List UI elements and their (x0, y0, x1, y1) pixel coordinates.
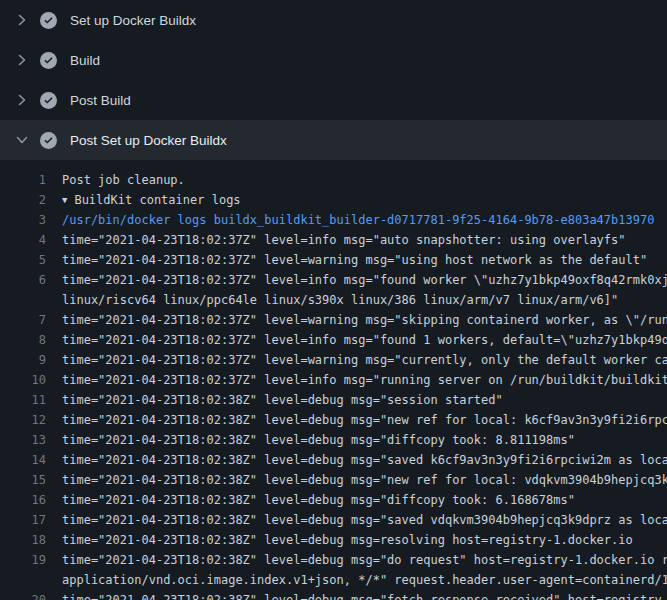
log-line: application/vnd.oci.image.index.v1+json,… (0, 570, 667, 590)
log-command-text: /usr/bin/docker logs buildx_buildkit_bui… (62, 210, 667, 230)
log-line: 10time="2021-04-23T18:02:37Z" level=info… (0, 370, 667, 390)
log-line-text: time="2021-04-23T18:02:37Z" level=info m… (62, 230, 667, 250)
section-header-set-up-docker-buildx[interactable]: Set up Docker Buildx (0, 0, 667, 40)
log-group-toggle-icon[interactable]: ▼ (62, 190, 67, 210)
log-line-number[interactable]: 16 (0, 490, 62, 510)
log-line-text: time="2021-04-23T18:02:37Z" level=info m… (62, 370, 667, 390)
actions-log-viewer: Set up Docker BuildxBuildPost BuildPost … (0, 0, 667, 600)
log-line-number[interactable]: 5 (0, 250, 62, 270)
success-check-icon (40, 52, 57, 69)
log-line: 13time="2021-04-23T18:02:38Z" level=debu… (0, 430, 667, 450)
log-line-text: time="2021-04-23T18:02:37Z" level=info m… (62, 270, 667, 290)
step-sections: Set up Docker BuildxBuildPost BuildPost … (0, 0, 667, 600)
step-section: Set up Docker Buildx (0, 0, 667, 40)
log-line-text: time="2021-04-23T18:02:37Z" level=warnin… (62, 350, 667, 370)
log-line-number[interactable]: 6 (0, 270, 62, 290)
step-section: Post Build (0, 80, 667, 120)
log-line-text: time="2021-04-23T18:02:38Z" level=debug … (62, 490, 667, 510)
section-title: Set up Docker Buildx (70, 13, 196, 28)
log-line: 6time="2021-04-23T18:02:37Z" level=info … (0, 270, 667, 290)
chevron-right-icon (14, 52, 30, 68)
log-line-number[interactable]: 18 (0, 530, 62, 550)
log-line-text: application/vnd.oci.image.index.v1+json,… (62, 570, 667, 590)
log-line: 17time="2021-04-23T18:02:38Z" level=debu… (0, 510, 667, 530)
success-check-icon (40, 132, 57, 149)
log-line-text: Post job cleanup. (62, 170, 667, 190)
log-line-number (0, 570, 62, 590)
log-line-text: time="2021-04-23T18:02:37Z" level=warnin… (62, 250, 667, 270)
section-header-post-build[interactable]: Post Build (0, 80, 667, 120)
log-line: 8time="2021-04-23T18:02:37Z" level=info … (0, 330, 667, 350)
log-line-text: time="2021-04-23T18:02:37Z" level=info m… (62, 330, 667, 350)
success-check-icon (40, 92, 57, 109)
log-line: 9time="2021-04-23T18:02:37Z" level=warni… (0, 350, 667, 370)
log-line-number (0, 290, 62, 310)
log-line-text: time="2021-04-23T18:02:38Z" level=debug … (62, 530, 667, 550)
log-line: linux/riscv64 linux/ppc64le linux/s390x … (0, 290, 667, 310)
log-line-number[interactable]: 17 (0, 510, 62, 530)
log-line-text: linux/riscv64 linux/ppc64le linux/s390x … (62, 290, 667, 310)
step-section: Post Set up Docker Buildx1Post job clean… (0, 120, 667, 600)
log-line-number[interactable]: 8 (0, 330, 62, 350)
section-header-post-set-up-docker-buildx[interactable]: Post Set up Docker Buildx (0, 120, 667, 160)
log-line: 18time="2021-04-23T18:02:38Z" level=debu… (0, 530, 667, 550)
log-line-text: time="2021-04-23T18:02:38Z" level=debug … (62, 390, 667, 410)
log-line-text: time="2021-04-23T18:02:38Z" level=debug … (62, 430, 667, 450)
log-line-number[interactable]: 13 (0, 430, 62, 450)
log-line-text: time="2021-04-23T18:02:38Z" level=debug … (62, 470, 667, 490)
chevron-right-icon (14, 92, 30, 108)
log-line-number[interactable]: 9 (0, 350, 62, 370)
step-section: Build (0, 40, 667, 80)
log-line-text: time="2021-04-23T18:02:37Z" level=warnin… (62, 310, 667, 330)
log-line: 11time="2021-04-23T18:02:38Z" level=debu… (0, 390, 667, 410)
log-line: 7time="2021-04-23T18:02:37Z" level=warni… (0, 310, 667, 330)
section-title: Post Set up Docker Buildx (70, 133, 227, 148)
log-line-number[interactable]: 20 (0, 590, 62, 600)
section-title: Post Build (70, 93, 131, 108)
log-line: 12time="2021-04-23T18:02:38Z" level=debu… (0, 410, 667, 430)
log-line: 15time="2021-04-23T18:02:38Z" level=debu… (0, 470, 667, 490)
log-line-number[interactable]: 15 (0, 470, 62, 490)
chevron-down-icon (14, 132, 30, 148)
log-line-number[interactable]: 11 (0, 390, 62, 410)
log-line-text: time="2021-04-23T18:02:38Z" level=debug … (62, 550, 667, 570)
log-output: 1Post job cleanup.2▼BuildKit container l… (0, 160, 667, 600)
chevron-right-icon (14, 12, 30, 28)
log-line-number[interactable]: 7 (0, 310, 62, 330)
log-line-text: time="2021-04-23T18:02:38Z" level=debug … (62, 450, 667, 470)
log-line-number[interactable]: 19 (0, 550, 62, 570)
log-line-number[interactable]: 3 (0, 210, 62, 230)
log-line: 3/usr/bin/docker logs buildx_buildkit_bu… (0, 210, 667, 230)
log-line: 16time="2021-04-23T18:02:38Z" level=debu… (0, 490, 667, 510)
log-line-number[interactable]: 2 (0, 190, 62, 210)
log-line-number[interactable]: 14 (0, 450, 62, 470)
log-line-number[interactable]: 4 (0, 230, 62, 250)
log-line-text: time="2021-04-23T18:02:38Z" level=debug … (62, 510, 667, 530)
log-line: 19time="2021-04-23T18:02:38Z" level=debu… (0, 550, 667, 570)
section-title: Build (70, 53, 100, 68)
log-line-number[interactable]: 1 (0, 170, 62, 190)
log-line: 20time="2021-04-23T18:02:38Z" level=debu… (0, 590, 667, 600)
log-line: 1Post job cleanup. (0, 170, 667, 190)
section-header-build[interactable]: Build (0, 40, 667, 80)
log-line-text: time="2021-04-23T18:02:38Z" level=debug … (62, 590, 667, 600)
success-check-icon (40, 12, 57, 29)
log-line-number[interactable]: 10 (0, 370, 62, 390)
log-line-number[interactable]: 12 (0, 410, 62, 430)
log-line: 4time="2021-04-23T18:02:37Z" level=info … (0, 230, 667, 250)
log-line-text: ▼BuildKit container logs (62, 190, 667, 210)
log-line-text: time="2021-04-23T18:02:38Z" level=debug … (62, 410, 667, 430)
log-line: 14time="2021-04-23T18:02:38Z" level=debu… (0, 450, 667, 470)
log-line: 5time="2021-04-23T18:02:37Z" level=warni… (0, 250, 667, 270)
log-line: 2▼BuildKit container logs (0, 190, 667, 210)
